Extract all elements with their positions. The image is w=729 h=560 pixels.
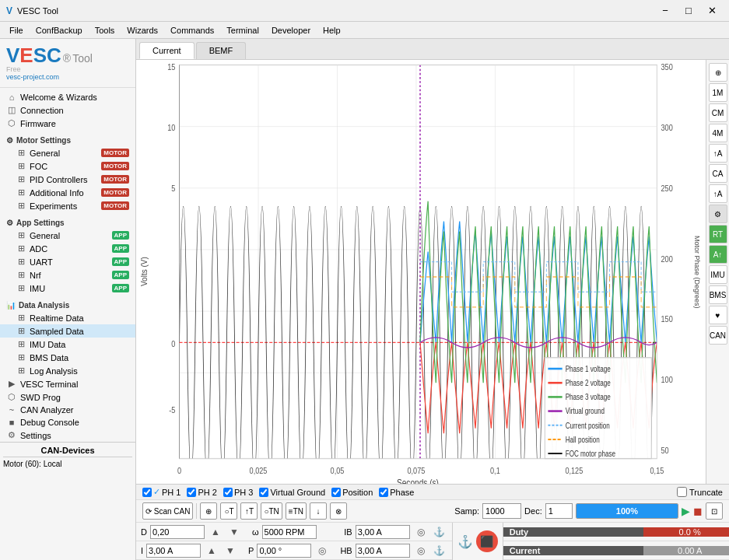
rt-btn-heart[interactable]: ♥ <box>709 306 727 324</box>
sidebar-item-pid[interactable]: ⊞ PID Controllers MOTOR <box>0 173 135 186</box>
samp-input[interactable] <box>482 503 521 519</box>
duty-label: Duty <box>510 527 528 537</box>
truncate-checkbox[interactable] <box>677 487 687 497</box>
rt-btn-5[interactable]: ↑A <box>709 144 727 163</box>
tb-icon5[interactable]: ≡TN <box>286 502 307 520</box>
tb-icon2[interactable]: ○T <box>220 502 237 520</box>
sidebar-item-experiments[interactable]: ⊞ Experiments MOTOR <box>0 199 135 212</box>
phase-checkbox[interactable] <box>379 488 388 497</box>
checkbox-ph3[interactable]: PH 3 <box>223 488 253 497</box>
truncate-control[interactable]: Truncate <box>677 487 723 497</box>
p-input[interactable] <box>257 544 311 558</box>
tab-bemf[interactable]: BEMF <box>196 42 247 59</box>
tb-icon7[interactable]: ⊗ <box>330 502 347 520</box>
menu-confbackup[interactable]: ConfBackup <box>30 24 89 37</box>
sidebar-item-bms[interactable]: ⊞ BMS Data <box>0 351 135 364</box>
hb-icon2[interactable]: ⚓ <box>432 543 447 558</box>
checkbox-ph2[interactable]: PH 2 <box>187 488 216 497</box>
ph3-checkbox[interactable] <box>223 488 233 497</box>
tb-icon1[interactable]: ⊕ <box>200 502 217 520</box>
green-arrow-btn[interactable]: ▶ <box>682 505 690 517</box>
red-stop-btn[interactable]: ◼ <box>693 505 703 517</box>
sidebar-item-welcome[interactable]: ⌂ Welcome & Wizards <box>0 91 135 103</box>
d-input[interactable] <box>150 525 205 539</box>
sidebar-item-sampled[interactable]: ⊞ Sampled Data <box>0 324 135 338</box>
omega-input[interactable] <box>262 525 317 539</box>
menu-tools[interactable]: Tools <box>89 24 121 37</box>
rt-btn-1[interactable]: ⊕ <box>709 63 727 82</box>
vg-checkbox[interactable] <box>259 488 268 497</box>
sidebar-item-firmware[interactable]: ⬡ Firmware <box>0 117 135 130</box>
d-down-icon[interactable]: ▼ <box>226 524 242 540</box>
tb-icon4[interactable]: ○TN <box>261 502 282 520</box>
i-up-icon[interactable]: ▲ <box>204 543 219 558</box>
ib-icon1[interactable]: ◎ <box>413 524 429 540</box>
sidebar-label-debug: Debug Console <box>20 418 129 427</box>
hb-input[interactable] <box>356 544 410 558</box>
i-input[interactable] <box>146 544 201 558</box>
tb-expand[interactable]: ⊡ <box>706 502 723 520</box>
rt-btn-can[interactable]: CAN <box>709 326 727 345</box>
tab-current[interactable]: Current <box>139 42 195 59</box>
menu-commands[interactable]: Commands <box>164 24 220 37</box>
checkbox-virtual-ground[interactable]: Virtual Ground <box>259 488 325 497</box>
rt-btn-4[interactable]: 4M <box>709 124 727 142</box>
hb-icon1[interactable]: ◎ <box>413 543 429 558</box>
scan-can-btn[interactable]: ⟳ Scan CAN <box>142 502 193 520</box>
rt-btn-at[interactable]: A↑ <box>709 245 727 264</box>
close-button[interactable]: ✕ <box>701 3 723 19</box>
sidebar-item-swd[interactable]: ⬡ SWD Prog <box>0 390 135 404</box>
menu-developer[interactable]: Developer <box>265 24 317 37</box>
sidebar-item-settings[interactable]: ⚙ Settings <box>0 429 135 442</box>
sidebar-item-foc[interactable]: ⊞ FOC MOTOR <box>0 159 135 173</box>
rt-btn-6[interactable]: CA <box>709 164 727 183</box>
sidebar-item-log[interactable]: ⊞ Log Analysis <box>0 364 135 377</box>
checkbox-ph1[interactable]: ✓ PH 1 <box>142 487 180 497</box>
sidebar-item-debug[interactable]: ■ Debug Console <box>0 416 135 429</box>
rt-btn-3[interactable]: CM <box>709 103 727 122</box>
p-icon[interactable]: ◎ <box>314 543 330 558</box>
d-up-icon[interactable]: ▲ <box>208 524 223 540</box>
tb-icon3[interactable]: ↑T <box>240 502 258 520</box>
maximize-button[interactable]: □ <box>678 3 699 19</box>
i-down-icon[interactable]: ▼ <box>223 543 238 558</box>
sidebar-item-adc[interactable]: ⊞ ADC APP <box>0 242 135 255</box>
rt-btn-8[interactable]: ⚙ <box>709 205 727 223</box>
rt-btn-imu[interactable]: IMU <box>709 265 727 284</box>
sidebar-item-nrf[interactable]: ⊞ Nrf APP <box>0 268 135 282</box>
sidebar-item-connection[interactable]: ◫ Connection <box>0 103 135 117</box>
sidebar-label-foc: FOC <box>30 162 98 171</box>
menu-terminal[interactable]: Terminal <box>220 24 265 37</box>
menu-file[interactable]: File <box>3 24 30 37</box>
ph2-checkbox[interactable] <box>187 488 196 497</box>
sidebar-item-imu[interactable]: ⊞ IMU APP <box>0 282 135 295</box>
sidebar-item-realtime[interactable]: ⊞ Realtime Data <box>0 311 135 324</box>
sidebar-item-terminal[interactable]: ▶ VESC Terminal <box>0 377 135 390</box>
ib-icon2[interactable]: ⚓ <box>432 524 447 540</box>
anchor-icon[interactable]: ⚓ <box>457 534 473 549</box>
sidebar-item-motor-general[interactable]: ⊞ General MOTOR <box>0 146 135 159</box>
checkbox-position[interactable]: Position <box>331 488 373 497</box>
sidebar-item-uart[interactable]: ⊞ UART APP <box>0 255 135 268</box>
sidebar-label-firmware: Firmware <box>20 119 129 128</box>
rt-btn-7[interactable]: ↑A <box>709 184 727 203</box>
pos-checkbox[interactable] <box>331 488 341 497</box>
sidebar-item-additional[interactable]: ⊞ Additional Info MOTOR <box>0 186 135 199</box>
rt-btn-bms[interactable]: BMS <box>709 285 727 304</box>
sidebar-item-app-general[interactable]: ⊞ General APP <box>0 229 135 242</box>
tb-icon6[interactable]: ↓ <box>310 502 327 520</box>
menu-wizards[interactable]: Wizards <box>121 24 164 37</box>
rt-btn-2[interactable]: 1M <box>709 83 727 102</box>
checkbox-phase[interactable]: Phase <box>379 488 414 497</box>
rt-btn-rt[interactable]: RT <box>709 225 727 243</box>
logo-v: V <box>6 45 19 65</box>
dec-input[interactable] <box>545 503 573 519</box>
ib-input[interactable] <box>356 525 410 539</box>
minimize-button[interactable]: − <box>654 3 676 19</box>
menu-help[interactable]: Help <box>317 24 347 37</box>
sidebar-item-imu-data[interactable]: ⊞ IMU Data <box>0 338 135 351</box>
app-title: VESC Tool <box>17 6 58 16</box>
ph1-checkbox[interactable] <box>142 488 152 497</box>
stop-button[interactable]: ⬛ <box>476 530 498 552</box>
sidebar-item-can-analyzer[interactable]: ~ CAN Analyzer <box>0 404 135 416</box>
